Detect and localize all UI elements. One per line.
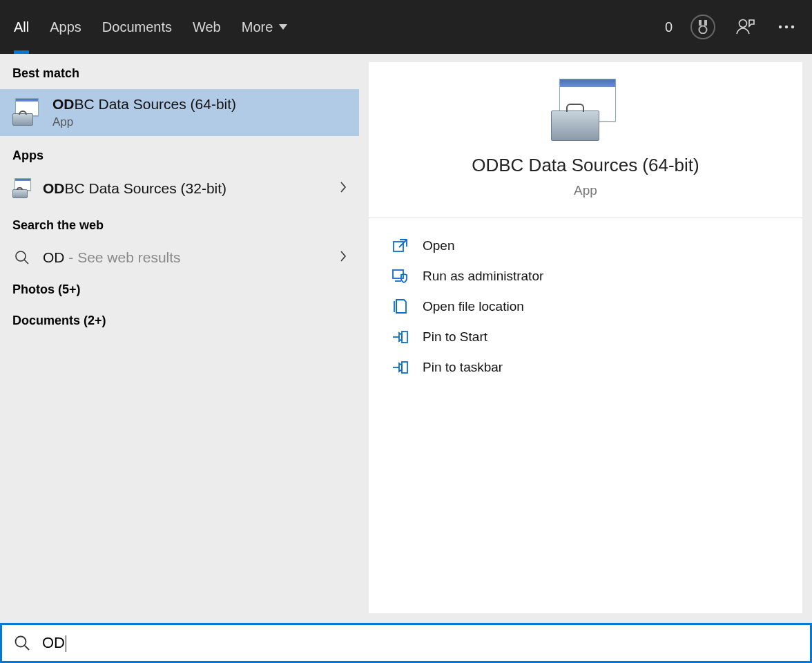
feedback-icon[interactable] <box>733 15 757 39</box>
svg-rect-13 <box>402 332 407 343</box>
svg-marker-0 <box>279 24 287 30</box>
svg-point-8 <box>16 251 26 261</box>
more-options-icon[interactable] <box>775 15 798 39</box>
chevron-right-icon <box>340 182 347 196</box>
photos-category[interactable]: Photos (5+) <box>0 274 359 305</box>
odbc-app-icon-large <box>551 79 620 142</box>
apps-result-title: ODBC Data Sources (32-bit) <box>43 180 226 197</box>
svg-point-7 <box>791 26 794 28</box>
open-label: Open <box>423 238 454 253</box>
shield-icon <box>391 268 410 285</box>
detail-subtitle: App <box>574 183 597 198</box>
search-icon <box>12 633 32 653</box>
scope-tabs: All Apps Documents Web More <box>14 0 288 54</box>
svg-rect-15 <box>402 362 407 373</box>
svg-point-16 <box>16 637 26 647</box>
web-result[interactable]: OD - See web results <box>0 241 359 274</box>
pin-icon <box>391 329 410 345</box>
open-file-location-action[interactable]: Open file location <box>374 291 797 322</box>
run-administrator-action[interactable]: Run as administrator <box>374 261 797 291</box>
svg-line-17 <box>25 646 29 650</box>
odbc-app-icon <box>12 178 33 199</box>
svg-rect-2 <box>704 20 707 26</box>
detail-title: ODBC Data Sources (64-bit) <box>472 155 699 176</box>
svg-line-9 <box>24 260 28 264</box>
web-header: Search the web <box>0 206 359 241</box>
search-input[interactable]: OD <box>42 634 66 652</box>
tab-web[interactable]: Web <box>193 0 221 54</box>
open-file-location-label: Open file location <box>423 299 524 314</box>
open-action[interactable]: Open <box>374 231 797 261</box>
pin-taskbar-action[interactable]: Pin to taskbar <box>374 352 797 383</box>
run-administrator-label: Run as administrator <box>423 269 543 284</box>
rewards-score: 0 <box>665 19 673 35</box>
chevron-down-icon <box>278 21 288 32</box>
svg-point-4 <box>740 20 747 28</box>
apps-header: Apps <box>0 136 359 171</box>
best-match-result[interactable]: ODBC Data Sources (64-bit) App <box>0 89 359 136</box>
best-match-title: ODBC Data Sources (64-bit) <box>52 96 236 113</box>
svg-point-6 <box>785 26 788 28</box>
search-header: All Apps Documents Web More 0 <box>0 0 812 54</box>
tab-all[interactable]: All <box>14 0 29 54</box>
svg-rect-1 <box>699 20 702 26</box>
best-match-header: Best match <box>0 54 359 89</box>
folder-icon <box>391 298 410 315</box>
detail-actions: Open Run as administrator Open file loca… <box>369 218 802 395</box>
chevron-right-icon <box>340 251 347 265</box>
detail-panel: ODBC Data Sources (64-bit) App Open <box>369 62 802 613</box>
results-panel: Best match ODBC Data Sources (64-bit) Ap… <box>0 54 359 623</box>
pin-taskbar-label: Pin to taskbar <box>423 360 503 375</box>
detail-hero: ODBC Data Sources (64-bit) App <box>369 62 802 218</box>
svg-rect-10 <box>394 242 403 251</box>
svg-point-5 <box>779 26 782 28</box>
pin-start-label: Pin to Start <box>423 329 487 345</box>
svg-point-3 <box>699 26 707 34</box>
documents-category[interactable]: Documents (2+) <box>0 305 359 336</box>
tab-more[interactable]: More <box>242 0 289 54</box>
tab-apps[interactable]: Apps <box>50 0 81 54</box>
search-icon <box>12 248 32 267</box>
tab-documents[interactable]: Documents <box>102 0 172 54</box>
search-bar[interactable]: OD <box>0 623 812 663</box>
web-result-text: OD - See web results <box>43 249 181 266</box>
odbc-app-icon <box>12 98 41 127</box>
best-match-text: ODBC Data Sources (64-bit) App <box>52 96 236 129</box>
header-right: 0 <box>665 15 798 39</box>
medal-icon[interactable] <box>690 15 715 39</box>
tab-more-label: More <box>242 19 273 35</box>
apps-result-odbc32[interactable]: ODBC Data Sources (32-bit) <box>0 171 359 206</box>
pin-start-action[interactable]: Pin to Start <box>374 322 797 352</box>
open-icon <box>391 238 410 254</box>
best-match-subtitle: App <box>52 115 236 129</box>
pin-icon <box>391 359 410 376</box>
